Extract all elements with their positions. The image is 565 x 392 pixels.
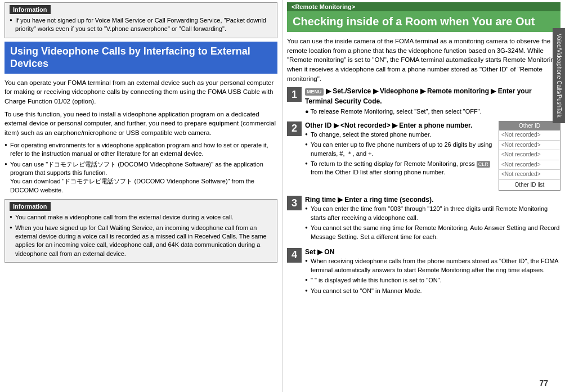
- step-2-left: Other ID ▶ <Not recorded> ▶ Enter a phon…: [305, 121, 494, 179]
- step-2-number: 2: [287, 121, 302, 136]
- other-id-label: Other ID list: [499, 180, 560, 191]
- step-2-bullet-3: To return to the setting display for Rem…: [305, 160, 494, 177]
- body-text-1: You can operate your FOMA terminal from …: [5, 78, 277, 106]
- left-column: Information If you have not signed up fo…: [0, 0, 282, 392]
- other-id-row-4: <Not recorded>: [499, 160, 560, 170]
- step-4-title: Set ▶ ON: [305, 247, 560, 257]
- left-bullet-2: You can use "ドコモテレビ電話ソフト (DOCOMO Videoph…: [5, 160, 277, 195]
- step-1: 1 MENU ▶ Set./Service ▶ Videophone ▶ Rem…: [287, 87, 560, 116]
- other-id-row-1: <Not recorded>: [499, 130, 560, 141]
- right-column: <Remote Monitoring> Checking inside of a…: [282, 0, 565, 392]
- step-2-bullet-1: To change, select the stored phone numbe…: [305, 130, 494, 139]
- step-1-text: ▶ Set./Service ▶ Videophone ▶ Remote mon…: [305, 87, 532, 105]
- step-2-bullet-2: You can enter up to five phone numbers o…: [305, 141, 494, 158]
- step-2-content: Other ID ▶ <Not recorded> ▶ Enter a phon…: [305, 121, 560, 191]
- step-3-number: 3: [287, 196, 302, 210]
- menu-key: MENU: [305, 88, 324, 96]
- step-2-right: Other ID ▶ <Not recorded> ▶ Enter a phon…: [305, 121, 560, 191]
- left-bullet-1: For operating environments for a videoph…: [5, 141, 277, 159]
- other-id-title: Other ID: [499, 121, 560, 131]
- step-3-bullet-2: You cannot set the same ring time for Re…: [305, 224, 560, 241]
- step-1-title: MENU ▶ Set./Service ▶ Videophone ▶ Remot…: [305, 87, 560, 106]
- step-1-sub: ● To release Remote Monitoring, select "…: [305, 107, 560, 116]
- step-3-bullet-1: You can enter the time from "003" throug…: [305, 205, 560, 222]
- step-3-title: Ring time ▶ Enter a ring time (seconds).: [305, 195, 560, 205]
- section-title: Using Videophone Calls by Interfacing to…: [5, 42, 277, 74]
- step-3: 3 Ring time ▶ Enter a ring time (seconds…: [287, 195, 560, 243]
- info-box-1-bullet: If you have not signed up for Voice Mail…: [10, 16, 272, 34]
- info-box-2-header: Information: [10, 202, 51, 211]
- clr-key: CLR: [477, 161, 490, 168]
- remote-intro: You can use the inside camera of the FOM…: [287, 37, 560, 83]
- info-box-2: Information You cannot make a videophone…: [5, 199, 277, 263]
- remote-monitoring-title: Checking inside of a Room when You are O…: [287, 11, 560, 32]
- step-1-content: MENU ▶ Set./Service ▶ Videophone ▶ Remot…: [305, 87, 560, 116]
- step-2-title: Other ID ▶ <Not recorded> ▶ Enter a phon…: [305, 121, 494, 130]
- step-4-number: 4: [287, 248, 302, 263]
- step-4-bullet-3: You cannot set to "ON" in Manner Mode.: [305, 287, 560, 295]
- page-number: 77: [539, 379, 548, 388]
- remote-monitoring-header: <Remote Monitoring>: [287, 2, 560, 11]
- body-text-2: To use this function, you need to instal…: [5, 110, 277, 138]
- other-id-row-3: <Not recorded>: [499, 150, 560, 160]
- other-id-row-5: <Not recorded>: [499, 170, 560, 180]
- step-3-content: Ring time ▶ Enter a ring time (seconds).…: [305, 195, 560, 243]
- step-1-number: 1: [287, 87, 302, 102]
- step-4: 4 Set ▶ ON When receiving videophone cal…: [287, 247, 560, 297]
- other-id-box: Other ID <Not recorded> <Not recorded> <…: [499, 121, 560, 191]
- step-4-content: Set ▶ ON When receiving videophone calls…: [305, 247, 560, 297]
- step-4-bullet-2: " " is displayed while this function is …: [305, 276, 560, 285]
- step-4-bullet-1: When receiving videophone calls from the…: [305, 257, 560, 274]
- info-box-1-header: Information: [10, 5, 51, 14]
- info-box-1: Information If you have not signed up fo…: [5, 2, 277, 38]
- info-box-2-bullet-2: When you have signed up for Call Waiting…: [10, 224, 272, 259]
- other-id-row-2: <Not recorded>: [499, 141, 560, 151]
- side-tab: Voice/Videophone Calls/PushTalk: [553, 28, 565, 123]
- step-2: 2 Other ID ▶ <Not recorded> ▶ Enter a ph…: [287, 121, 560, 191]
- info-box-2-bullet-1: You cannot make a videophone call from t…: [10, 213, 272, 222]
